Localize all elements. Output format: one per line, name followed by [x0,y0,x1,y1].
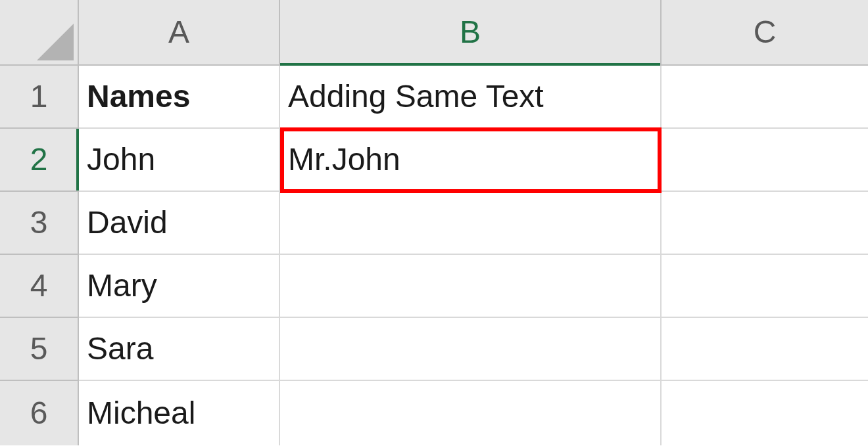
cell-C6[interactable] [662,381,868,445]
cell-C5[interactable] [662,318,868,381]
column-header-A[interactable]: A [79,0,280,66]
cell-C1[interactable] [662,66,868,129]
spreadsheet-grid: A B C 1 Names Adding Same Text 2 John Mr… [0,0,868,448]
cell-A4[interactable]: Mary [79,255,280,318]
cell-C3[interactable] [662,192,868,255]
cell-A1[interactable]: Names [79,66,280,129]
cell-A2[interactable]: John [79,129,280,192]
cell-A5[interactable]: Sara [79,318,280,381]
cell-B1[interactable]: Adding Same Text [280,66,662,129]
row-header-5[interactable]: 5 [0,318,79,381]
cell-B4[interactable] [280,255,662,318]
column-header-B[interactable]: B [280,0,662,66]
cell-B5[interactable] [280,318,662,381]
row-header-1[interactable]: 1 [0,66,79,129]
svg-marker-0 [37,24,74,60]
cell-B2[interactable]: Mr.John [280,129,662,192]
column-header-C[interactable]: C [662,0,868,66]
row-header-3[interactable]: 3 [0,192,79,255]
row-header-4[interactable]: 4 [0,255,79,318]
cell-C4[interactable] [662,255,868,318]
row-header-6[interactable]: 6 [0,381,79,445]
select-all-triangle-icon [37,24,74,60]
row-header-2[interactable]: 2 [0,129,79,192]
cell-B3[interactable] [280,192,662,255]
cell-C2[interactable] [662,129,868,192]
select-all-corner[interactable] [0,0,79,66]
cell-A6[interactable]: Micheal [79,381,280,445]
cell-B6[interactable] [280,381,662,445]
cell-A3[interactable]: David [79,192,280,255]
